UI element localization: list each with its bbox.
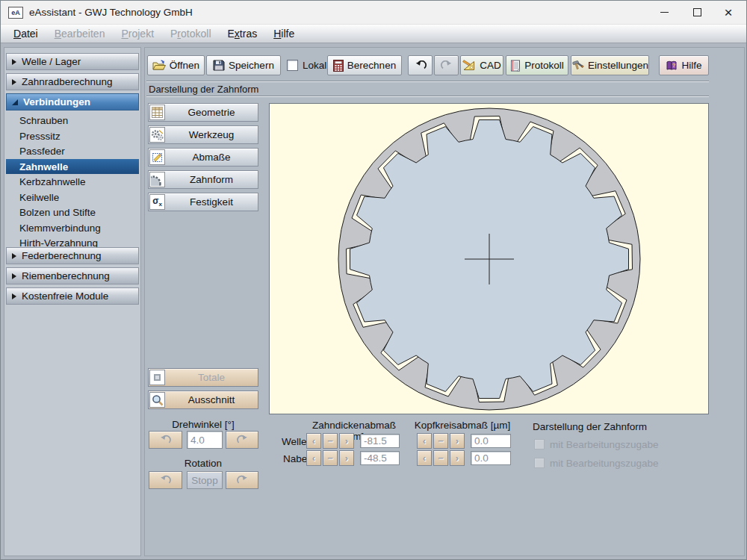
zahnform-button[interactable]: Zahnform — [148, 170, 258, 189]
content-panel: Öffnen Speichern Lokal — [144, 47, 745, 556]
sidebar-item-zahnwelle[interactable]: Zahnwelle — [6, 159, 139, 174]
nabe-zahndicken-increase-button[interactable]: › — [339, 450, 354, 466]
lokal-checkbox[interactable] — [287, 60, 298, 71]
welle-row-label: Welle — [282, 436, 307, 447]
close-button[interactable]: × — [712, 1, 745, 24]
redo-button[interactable] — [434, 55, 459, 75]
sidebar-item-verbindungen[interactable]: Verbindungen — [6, 93, 139, 111]
undo-button[interactable] — [408, 55, 433, 75]
bearbeitungszugabe-label-1: mit Bearbeitungszugabe — [550, 439, 659, 450]
settings-button[interactable]: Einstellungen — [571, 55, 649, 75]
cad-label: CAD — [480, 60, 501, 71]
menu-datei[interactable]: Datei — [5, 25, 46, 42]
titlebar: eA eAssistant - GWJ Technology GmbH × — [1, 1, 746, 25]
sidebar-item-keilwelle[interactable]: Keilwelle — [6, 190, 139, 205]
geometrie-label: Geometrie — [165, 107, 258, 118]
festigkeit-button[interactable]: σx Festigkeit — [148, 193, 258, 211]
open-button[interactable]: Öffnen — [147, 55, 205, 75]
maximize-button[interactable] — [681, 1, 713, 24]
kopfkreis-header: Kopfkreisabmaß [µm] — [414, 420, 511, 431]
nabe-zahndicken-decrease-button[interactable]: ‹ — [306, 450, 321, 466]
welle-kopfkreis-increase-button[interactable]: › — [450, 433, 465, 449]
welle-zahndicken-input[interactable] — [360, 434, 400, 448]
undo-icon — [415, 60, 427, 71]
cad-button[interactable]: CAD — [460, 55, 503, 75]
minimize-button[interactable] — [648, 1, 681, 24]
magnifier-icon — [149, 392, 165, 408]
rotate-cw-step-button[interactable] — [226, 431, 258, 449]
rotation-label: Rotation — [148, 458, 258, 469]
section-title: Darstellung der Zahnform — [149, 84, 258, 95]
cad-icon — [462, 60, 476, 71]
rotate-cw-icon — [236, 475, 249, 485]
maximize-icon — [693, 8, 701, 16]
welle-kopfkreis-zero-button[interactable]: − — [433, 433, 448, 449]
welle-zahndicken-increase-button[interactable]: › — [339, 433, 354, 449]
werkzeug-button[interactable]: Werkzeug — [148, 125, 258, 144]
calculate-label: Berechnen — [347, 60, 396, 71]
bearbeitungszugabe-checkbox-2[interactable] — [534, 458, 545, 468]
geometry-grid-icon — [149, 105, 165, 120]
rotate-cw-icon — [236, 435, 249, 445]
nabe-zahndicken-input[interactable] — [360, 451, 400, 465]
protocol-button[interactable]: Protokoll — [506, 55, 568, 75]
open-label: Öffnen — [170, 60, 199, 71]
sidebar-item-klemmverbindung[interactable]: Klemmverbindung — [6, 220, 139, 235]
menu-bearbeiten: Bearbeiten — [46, 25, 114, 42]
abmasse-label: Abmaße — [165, 152, 258, 163]
welle-kopfkreis-input[interactable] — [471, 434, 511, 448]
welle-zahndicken-zero-button[interactable]: − — [323, 433, 338, 449]
totale-button[interactable]: Totale — [148, 368, 258, 387]
festigkeit-label: Festigkeit — [165, 196, 258, 208]
save-button[interactable]: Speichern — [206, 55, 281, 75]
abmasse-button[interactable]: Abmaße — [148, 148, 258, 167]
groove-line — [146, 96, 709, 97]
gear-segment-icon — [149, 172, 165, 187]
sidebar-item-passfeder[interactable]: Passfeder — [6, 143, 139, 158]
collapsed-triangle-icon — [12, 79, 16, 85]
sidebar-item-bolzen-und-stifte[interactable]: Bolzen und Stifte — [6, 205, 139, 220]
sidebar-item-schrauben[interactable]: Schrauben — [6, 113, 139, 128]
sidebar-item-kostenfreie-module[interactable]: Kostenfreie Module — [6, 287, 139, 305]
sidebar-item-federberechnung[interactable]: Federberechnung — [6, 247, 139, 264]
sidebar-item-kerbzahnwelle[interactable]: Kerbzahnwelle — [6, 174, 139, 189]
save-floppy-icon — [213, 60, 225, 71]
calculate-button[interactable]: Berechnen — [327, 55, 402, 75]
rotation-cw-button[interactable] — [226, 471, 258, 489]
ausschnitt-button[interactable]: Ausschnitt — [148, 391, 258, 409]
gears-icon — [149, 127, 165, 143]
sidebar-item-label: Zahnradberechnung — [22, 76, 113, 87]
rotate-ccw-icon — [159, 475, 172, 485]
sidebar-item-presssitz[interactable]: Presssitz — [6, 128, 139, 143]
rotate-ccw-step-button[interactable] — [149, 431, 182, 449]
bearbeitungszugabe-checkbox-1[interactable] — [534, 439, 545, 449]
menu-hilfe[interactable]: Hilfe — [265, 25, 303, 42]
sidebar-item-label: Federberechnung — [22, 250, 102, 261]
sidebar-item-zahnradberechnung[interactable]: Zahnradberechnung — [6, 73, 139, 90]
app-icon: eA — [8, 7, 23, 19]
stopp-button[interactable]: Stopp — [187, 471, 223, 489]
menu-protokoll: Protokoll — [162, 25, 219, 42]
gear-graphic — [270, 104, 708, 414]
nabe-kopfkreis-input[interactable] — [471, 451, 511, 465]
minimize-icon — [660, 12, 669, 13]
ausschnitt-label: Ausschnitt — [165, 394, 258, 405]
welle-kopfkreis-decrease-button[interactable]: ‹ — [417, 433, 432, 449]
menu-extras[interactable]: Extras — [220, 25, 266, 42]
sidebar-item-welle-lager[interactable]: Welle / Lager — [6, 53, 139, 70]
sidebar-item-label: Riemenberechnung — [22, 270, 110, 281]
sigma-x-icon: σx — [149, 194, 165, 210]
drehwinkel-input[interactable] — [187, 431, 223, 449]
welle-zahndicken-decrease-button[interactable]: ‹ — [306, 433, 321, 449]
sidebar-item-riemenberechnung[interactable]: Riemenberechnung — [6, 267, 139, 284]
nabe-kopfkreis-increase-button[interactable]: › — [450, 450, 465, 466]
help-book-icon: ? — [666, 60, 678, 71]
nabe-kopfkreis-zero-button[interactable]: − — [433, 450, 448, 466]
geometrie-button[interactable]: Geometrie — [148, 103, 258, 122]
help-label: Hilfe — [681, 60, 701, 71]
nabe-zahndicken-zero-button[interactable]: − — [323, 450, 338, 466]
sidebar-item-label: Welle / Lager — [22, 56, 81, 67]
help-button[interactable]: ? Hilfe — [659, 55, 709, 75]
nabe-kopfkreis-decrease-button[interactable]: ‹ — [417, 450, 432, 466]
rotation-ccw-button[interactable] — [149, 471, 182, 489]
